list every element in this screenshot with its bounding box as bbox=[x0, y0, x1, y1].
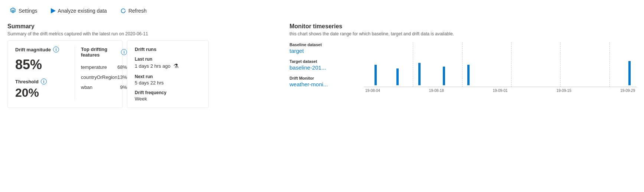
drift-monitor-link[interactable]: weather-moni... bbox=[290, 81, 364, 87]
summary-metrics: Drift magnitude i 85% Threshold i 20% bbox=[15, 47, 75, 100]
gridline-5 bbox=[609, 42, 610, 87]
drift-monitor-group: Drift Monitor weather-moni... bbox=[290, 76, 364, 87]
summary-subtitle: Summary of the drift metrics captured wi… bbox=[7, 31, 282, 36]
threshold-section: Threshold i bbox=[15, 79, 75, 84]
chart-bar-2 bbox=[418, 63, 421, 85]
target-link[interactable]: baseline-201... bbox=[290, 64, 364, 71]
axis-label-4: 19-09-29 bbox=[620, 89, 635, 93]
refresh-icon bbox=[120, 8, 126, 14]
axis-label-2: 19-09-01 bbox=[493, 89, 507, 93]
feature-row-2: wban 9% bbox=[81, 82, 127, 92]
next-run-value: 5 days 22 hrs bbox=[135, 80, 201, 86]
monitor-title: Monitor timeseries bbox=[290, 23, 637, 30]
play-icon bbox=[51, 8, 56, 13]
gridline-4 bbox=[560, 42, 560, 87]
settings-label: Settings bbox=[19, 8, 37, 14]
feature-pct-0: 68% bbox=[117, 64, 127, 70]
left-panel: Summary Summary of the drift metrics cap… bbox=[7, 23, 282, 108]
svg-point-0 bbox=[12, 10, 14, 12]
features-column: Top drifting features i temperature 68% … bbox=[75, 47, 127, 100]
summary-card-inner: Drift magnitude i 85% Threshold i 20% To… bbox=[15, 47, 115, 100]
chart-axis: 19-08-04 19-08-18 19-09-01 19-09-15 19-0… bbox=[364, 89, 637, 93]
gridline-3 bbox=[511, 42, 511, 87]
target-group-title: Target dataset bbox=[290, 59, 364, 64]
chart-bar-3 bbox=[443, 67, 445, 85]
toolbar: Settings Analyze existing data Refresh bbox=[7, 6, 637, 16]
top-drifting-section: Top drifting features i bbox=[81, 47, 127, 58]
chart-bar-5 bbox=[628, 61, 631, 85]
feature-name-1: countryOrRegion bbox=[81, 74, 117, 80]
baseline-group: Baseline dataset target bbox=[290, 42, 364, 54]
chart-area: 19-08-04 19-08-18 19-09-01 19-09-15 19-0… bbox=[364, 42, 637, 100]
settings-button[interactable]: Settings bbox=[7, 6, 40, 16]
axis-label-0: 19-08-04 bbox=[365, 89, 380, 93]
baseline-group-title: Baseline dataset bbox=[290, 42, 364, 47]
drift-magnitude-value: 85% bbox=[15, 57, 75, 73]
threshold-label-text: Threshold bbox=[15, 79, 39, 84]
drift-runs-title: Drift runs bbox=[135, 47, 201, 52]
drift-magnitude-section: Drift magnitude i bbox=[15, 47, 75, 52]
refresh-label: Refresh bbox=[128, 8, 147, 14]
feature-row-0: temperature 68% bbox=[81, 62, 127, 72]
feature-row-1: countryOrRegion 13% bbox=[81, 72, 127, 82]
summary-section: Summary Summary of the drift metrics cap… bbox=[7, 23, 282, 36]
top-drifting-label: Top drifting features bbox=[81, 47, 119, 58]
analyze-label: Analyze existing data bbox=[58, 8, 107, 14]
last-run-value: 1 days 2 hrs ago ⚗ bbox=[135, 63, 201, 70]
top-drifting-info-icon[interactable]: i bbox=[121, 49, 127, 55]
next-run-label: Next run bbox=[135, 74, 201, 79]
target-group: Target dataset baseline-201... bbox=[290, 59, 364, 71]
feature-name-2: wban bbox=[81, 84, 92, 90]
drift-frequency-value: Week bbox=[135, 96, 201, 102]
axis-label-3: 19-09-15 bbox=[556, 89, 571, 93]
threshold-info-icon[interactable]: i bbox=[41, 79, 47, 84]
main-layout: Summary Summary of the drift metrics cap… bbox=[7, 23, 637, 108]
threshold-value: 20% bbox=[15, 86, 75, 100]
analyze-button[interactable]: Analyze existing data bbox=[49, 6, 109, 15]
gridline-2 bbox=[462, 42, 462, 87]
right-panel: Monitor timeseries this chart shows the … bbox=[290, 23, 637, 108]
baseline-link[interactable]: target bbox=[290, 48, 364, 54]
axis-label-1: 19-08-18 bbox=[429, 89, 444, 93]
feature-pct-1: 13% bbox=[117, 74, 127, 80]
feature-pct-2: 9% bbox=[120, 84, 127, 90]
feature-name-0: temperature bbox=[81, 64, 107, 70]
monitor-labels: Baseline dataset target Target dataset b… bbox=[290, 42, 364, 100]
drift-monitor-group-title: Drift Monitor bbox=[290, 76, 364, 80]
drift-frequency-label: Drift frequency bbox=[135, 90, 201, 95]
flask-icon: ⚗ bbox=[173, 63, 179, 70]
drift-runs-card: Drift runs Last run 1 days 2 hrs ago ⚗ N… bbox=[127, 40, 209, 108]
drift-magnitude-info-icon[interactable]: i bbox=[53, 47, 59, 52]
cards-row: Drift magnitude i 85% Threshold i 20% To… bbox=[7, 40, 282, 108]
gear-icon bbox=[10, 7, 16, 14]
last-run-label: Last run bbox=[135, 57, 201, 62]
monitor-subtitle: this chart shows the date range for whic… bbox=[290, 31, 637, 36]
chart-bar-1 bbox=[396, 68, 399, 85]
summary-card: Drift magnitude i 85% Threshold i 20% To… bbox=[7, 40, 122, 108]
summary-title: Summary bbox=[7, 23, 282, 30]
refresh-button[interactable]: Refresh bbox=[118, 6, 149, 15]
chart-bar-4 bbox=[467, 65, 470, 85]
monitor-grid: Baseline dataset target Target dataset b… bbox=[290, 42, 637, 100]
gridline-1 bbox=[413, 42, 413, 87]
timeseries-chart bbox=[364, 42, 637, 87]
drift-magnitude-label: Drift magnitude bbox=[15, 47, 51, 52]
chart-bar-0 bbox=[375, 65, 377, 85]
